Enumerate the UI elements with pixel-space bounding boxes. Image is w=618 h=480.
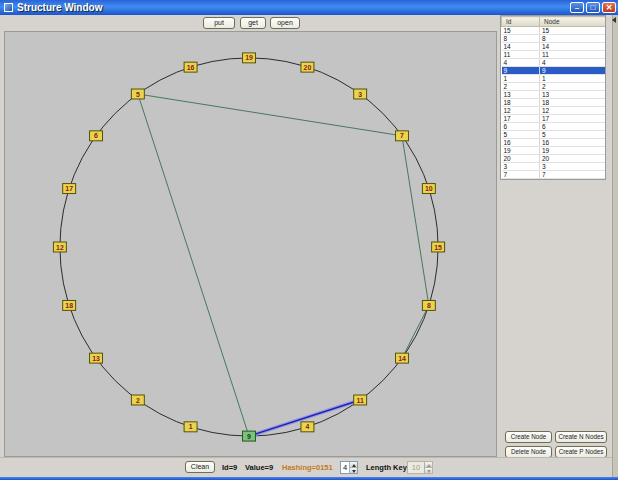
open-button[interactable]: open <box>270 17 300 29</box>
get-button[interactable]: get <box>240 17 266 29</box>
length-key-label: Length Key <box>366 463 407 472</box>
ring-node-label-11: 11 <box>356 397 363 404</box>
ring-node-label-5: 5 <box>136 91 140 98</box>
table-row[interactable]: 44 <box>502 59 607 67</box>
split-collapse-arrow-icon[interactable] <box>612 15 618 24</box>
maximize-button[interactable]: □ <box>586 2 600 13</box>
bottom-bar: Clean Id=9 Value=9 Hashing=0151 4 Length… <box>0 457 618 477</box>
window-title: Structure Window <box>17 2 568 13</box>
ring-node-label-14: 14 <box>398 355 406 362</box>
ring-canvas: 1581411491213181217651619203710 <box>4 31 497 457</box>
ring-node-label-16: 16 <box>187 64 195 71</box>
key-length-spinner-value: 4 <box>341 462 349 473</box>
table-row[interactable]: 1616 <box>502 139 607 147</box>
ring-edge-5-9 <box>138 94 249 436</box>
table-row[interactable]: 11 <box>502 75 607 83</box>
table-row[interactable]: 1313 <box>502 91 607 99</box>
ring-node-label-8: 8 <box>427 302 431 309</box>
window-right-border <box>612 15 618 477</box>
table-row[interactable]: 1111 <box>502 51 607 59</box>
ring-node-label-9: 9 <box>247 433 251 440</box>
ring-node-label-17: 17 <box>65 185 73 192</box>
ring-edge-7-8 <box>402 136 429 306</box>
ring-node-label-13: 13 <box>92 355 100 362</box>
ring-node-label-2: 2 <box>136 397 140 404</box>
table-header-id[interactable]: Id <box>502 17 540 27</box>
table-row[interactable]: 1212 <box>502 107 607 115</box>
right-panel: Id Node 15158814141111449911221313181812… <box>498 15 612 477</box>
window-titlebar: Structure Window – □ ✕ <box>0 0 618 15</box>
ring-edge-8-14 <box>402 305 429 358</box>
close-button[interactable]: ✕ <box>602 2 616 13</box>
ring-node-label-1: 1 <box>189 423 193 430</box>
table-row[interactable]: 1515 <box>502 27 607 35</box>
ring-node-label-10: 10 <box>425 185 433 192</box>
table-row[interactable]: 1414 <box>502 43 607 51</box>
ring-node-label-3: 3 <box>358 91 362 98</box>
toolbar: put get open <box>4 15 497 31</box>
node-table: Id Node 15158814141111449911221313181812… <box>501 16 606 180</box>
value-label: Value=9 <box>245 463 273 472</box>
id-label: Id=9 <box>222 463 237 472</box>
table-row[interactable]: 1010 <box>502 179 607 181</box>
create-node-button[interactable]: Create Node <box>505 431 552 443</box>
app-icon <box>4 3 13 12</box>
table-row[interactable]: 77 <box>502 171 607 179</box>
table-row[interactable]: 22 <box>502 83 607 91</box>
table-header-node[interactable]: Node <box>540 17 607 27</box>
table-row[interactable]: 55 <box>502 131 607 139</box>
ring-node-label-6: 6 <box>94 132 98 139</box>
ring-node-label-18: 18 <box>65 302 73 309</box>
ring-svg: 1581411491213181217651619203710 <box>5 32 496 456</box>
ring-circle <box>60 58 438 436</box>
node-table-wrap: Id Node 15158814141111449911221313181812… <box>500 15 606 180</box>
ring-node-label-12: 12 <box>56 244 64 251</box>
clean-button[interactable]: Clean <box>185 461 215 473</box>
minimize-button[interactable]: – <box>570 2 584 13</box>
put-button[interactable]: put <box>203 17 235 29</box>
ring-node-label-15: 15 <box>434 244 442 251</box>
ring-node-label-7: 7 <box>400 132 404 139</box>
spinner-down-icon[interactable] <box>350 468 357 473</box>
structure-window: Structure Window – □ ✕ put get open 1581… <box>0 0 618 480</box>
table-row[interactable]: 1919 <box>502 147 607 155</box>
ring-node-label-4: 4 <box>306 423 310 430</box>
hashing-label: Hashing=0151 <box>282 463 333 472</box>
ring-edge-5-7 <box>138 94 402 136</box>
table-row[interactable]: 2020 <box>502 155 607 163</box>
table-row[interactable]: 1717 <box>502 115 607 123</box>
key-length-spinner[interactable]: 4 <box>340 461 358 474</box>
table-row[interactable]: 1818 <box>502 99 607 107</box>
ring-node-label-19: 19 <box>245 54 253 61</box>
disabled-spinner-down-icon <box>425 468 432 473</box>
create-n-nodes-button[interactable]: Create N Nodes <box>555 431 607 443</box>
ring-node-label-20: 20 <box>304 64 312 71</box>
disabled-spinner-value: 10 <box>408 462 424 473</box>
table-row[interactable]: 99 <box>502 67 607 75</box>
table-row[interactable]: 66 <box>502 123 607 131</box>
table-row[interactable]: 33 <box>502 163 607 171</box>
disabled-spinner: 10 <box>407 461 433 474</box>
table-row[interactable]: 88 <box>502 35 607 43</box>
